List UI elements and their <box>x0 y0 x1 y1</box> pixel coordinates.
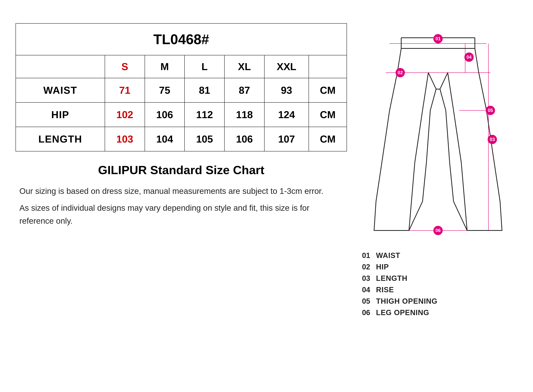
svg-text:04: 04 <box>467 54 472 60</box>
table-row-hip: HIP 102 106 112 118 124 CM <box>16 103 347 127</box>
label-hip: HIP <box>16 103 105 127</box>
hip-xl: 118 <box>224 103 264 127</box>
right-section: 01 02 03 04 05 06 01 <box>358 23 518 318</box>
chart-line2: As sizes of individual designs may vary … <box>19 201 343 227</box>
waist-unit: CM <box>309 78 347 103</box>
left-section: TL0468# S M L XL XXL WAIST 71 75 8 <box>15 23 347 228</box>
label-waist: WAIST <box>16 78 105 103</box>
waist-m: 75 <box>145 78 185 103</box>
legend-item: 06 LEG OPENING <box>358 307 518 318</box>
legend-table: 01 WAIST 02 HIP 03 LENGTH 04 RISE 05 THI… <box>358 250 518 318</box>
hip-s: 102 <box>105 103 145 127</box>
waist-xl: 87 <box>224 78 264 103</box>
svg-text:06: 06 <box>435 228 441 233</box>
legend-label: WAIST <box>374 250 518 261</box>
col-xl: XL <box>224 55 264 78</box>
legend-item: 03 LENGTH <box>358 273 518 284</box>
table-title-row: TL0468# <box>16 23 347 55</box>
size-table: TL0468# S M L XL XXL WAIST 71 75 8 <box>15 23 347 151</box>
main-container: TL0468# S M L XL XXL WAIST 71 75 8 <box>0 0 533 334</box>
length-xxl: 107 <box>264 127 309 151</box>
legend-item: 01 WAIST <box>358 250 518 261</box>
waist-xxl: 93 <box>264 78 309 103</box>
chart-line1: Our sizing is based on dress size, manua… <box>19 185 343 198</box>
legend-number: 06 <box>358 307 374 318</box>
label-length: LENGTH <box>16 127 105 151</box>
col-m: M <box>145 55 185 78</box>
hip-xxl: 124 <box>264 103 309 127</box>
legend-number: 05 <box>358 296 374 307</box>
col-empty <box>16 55 105 78</box>
length-s: 103 <box>105 127 145 151</box>
hip-l: 112 <box>184 103 224 127</box>
pants-svg: 01 02 03 04 05 06 <box>370 27 506 240</box>
col-l: L <box>184 55 224 78</box>
legend-label: LEG OPENING <box>374 307 518 318</box>
legend-label: RISE <box>374 284 518 296</box>
legend-number: 03 <box>358 273 374 284</box>
svg-text:01: 01 <box>435 36 441 41</box>
length-xl: 106 <box>224 127 264 151</box>
hip-m: 106 <box>145 103 185 127</box>
legend-number: 01 <box>358 250 374 261</box>
bottom-text-section: GILIPUR Standard Size Chart Our sizing i… <box>15 163 347 228</box>
table-row-waist: WAIST 71 75 81 87 93 CM <box>16 78 347 103</box>
legend-label: LENGTH <box>374 273 518 284</box>
legend-label: HIP <box>374 261 518 273</box>
length-m: 104 <box>145 127 185 151</box>
garment-diagram: 01 02 03 04 05 06 <box>370 27 506 240</box>
length-unit: CM <box>309 127 347 151</box>
chart-title: GILIPUR Standard Size Chart <box>19 163 343 177</box>
col-xxl: XXL <box>264 55 309 78</box>
legend-label: THIGH OPENING <box>374 296 518 307</box>
legend-number: 02 <box>358 261 374 273</box>
svg-text:03: 03 <box>490 137 495 142</box>
hip-unit: CM <box>309 103 347 127</box>
svg-text:05: 05 <box>488 108 493 113</box>
length-l: 105 <box>184 127 224 151</box>
legend-item: 02 HIP <box>358 261 518 273</box>
legend-number: 04 <box>358 284 374 296</box>
waist-l: 81 <box>184 78 224 103</box>
legend-item: 05 THIGH OPENING <box>358 296 518 307</box>
svg-text:02: 02 <box>398 70 403 75</box>
table-row-length: LENGTH 103 104 105 106 107 CM <box>16 127 347 151</box>
legend-item: 04 RISE <box>358 284 518 296</box>
table-header-row: S M L XL XXL <box>16 55 347 78</box>
col-s: S <box>105 55 145 78</box>
waist-s: 71 <box>105 78 145 103</box>
product-code: TL0468# <box>16 23 347 55</box>
col-unit-header <box>309 55 347 78</box>
